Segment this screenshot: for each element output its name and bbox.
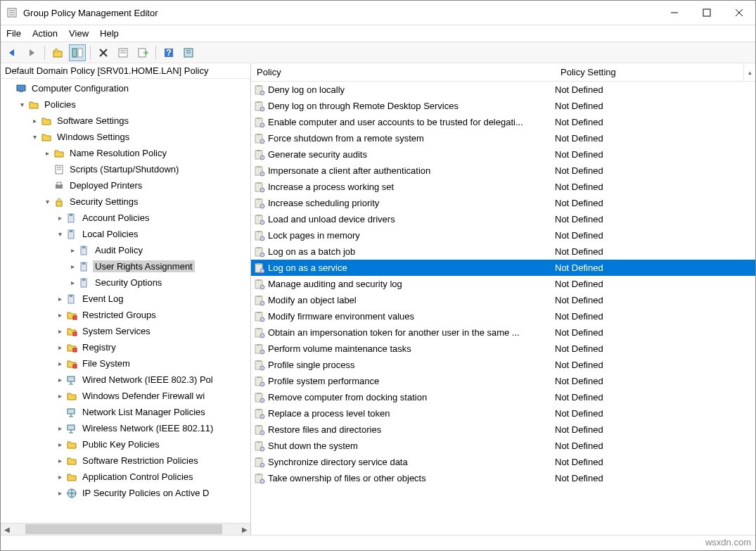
policy-row[interactable]: Log on as a batch jobNot Defined bbox=[251, 243, 755, 260]
expand-toggle-icon[interactable]: ▾ bbox=[29, 133, 40, 141]
scroll-right-icon[interactable]: ▶ bbox=[238, 526, 250, 533]
policy-row[interactable]: Profile system performanceNot Defined bbox=[251, 373, 755, 389]
properties-button[interactable] bbox=[115, 44, 132, 61]
tree-item[interactable]: ▸Security Options bbox=[1, 274, 250, 291]
policy-row[interactable]: Enable computer and user accounts to be … bbox=[251, 114, 755, 130]
minimize-button[interactable] bbox=[658, 1, 691, 25]
policy-row[interactable]: Increase scheduling priorityNot Defined bbox=[251, 195, 755, 211]
policy-row[interactable]: Lock pages in memoryNot Defined bbox=[251, 227, 755, 243]
policy-row[interactable]: Synchronize directory service dataNot De… bbox=[251, 454, 755, 470]
expand-toggle-icon[interactable]: ▾ bbox=[16, 101, 27, 108]
forward-button[interactable] bbox=[23, 44, 40, 61]
tree-item[interactable]: ▸Application Control Policies bbox=[1, 469, 250, 485]
close-button[interactable] bbox=[723, 1, 755, 25]
tree-item[interactable]: ▸Wireless Network (IEEE 802.11) bbox=[1, 420, 250, 436]
expand-toggle-icon[interactable]: ▸ bbox=[29, 117, 40, 125]
tree-item[interactable]: ▸Name Resolution Policy bbox=[1, 145, 250, 161]
policy-list[interactable]: Deny log on locallyNot DefinedDeny log o… bbox=[251, 82, 755, 535]
policy-row[interactable]: Generate security auditsNot Defined bbox=[251, 146, 755, 163]
expand-toggle-icon[interactable]: ▸ bbox=[67, 246, 78, 254]
delete-button[interactable] bbox=[95, 44, 112, 61]
policy-row[interactable]: Force shutdown from a remote systemNot D… bbox=[251, 130, 755, 146]
show-hide-tree-button[interactable] bbox=[69, 44, 86, 61]
expand-toggle-icon[interactable]: ▸ bbox=[54, 457, 65, 464]
tree-item[interactable]: Deployed Printers bbox=[1, 177, 250, 194]
menu-file[interactable]: File bbox=[6, 28, 21, 39]
policy-row[interactable]: Profile single processNot Defined bbox=[251, 357, 755, 373]
policy-row[interactable]: Obtain an impersonation token for anothe… bbox=[251, 324, 755, 341]
expand-toggle-icon[interactable]: ▾ bbox=[41, 198, 53, 205]
expand-toggle-icon[interactable]: ▸ bbox=[54, 376, 65, 384]
expand-toggle-icon[interactable]: ▸ bbox=[41, 149, 53, 157]
policy-row[interactable]: Increase a process working setNot Define… bbox=[251, 179, 755, 195]
policy-row[interactable]: Modify an object labelNot Defined bbox=[251, 292, 755, 308]
menu-view[interactable]: View bbox=[69, 28, 89, 39]
col-policy[interactable]: Policy bbox=[251, 64, 555, 80]
policy-name: Synchronize directory service data bbox=[268, 457, 555, 467]
policy-row[interactable]: Remove computer from docking stationNot … bbox=[251, 389, 755, 405]
expand-toggle-icon[interactable]: ▸ bbox=[67, 279, 78, 286]
tree-item[interactable]: ▸Public Key Policies bbox=[1, 436, 250, 452]
tree-item[interactable]: ▾Local Policies bbox=[1, 226, 250, 242]
tree-item[interactable]: Scripts (Startup/Shutdown) bbox=[1, 161, 250, 177]
tree-item[interactable]: ▸Windows Defender Firewall wi bbox=[1, 388, 250, 404]
expand-toggle-icon[interactable]: ▸ bbox=[54, 311, 65, 319]
policy-row[interactable]: Replace a process level tokenNot Defined bbox=[251, 405, 755, 422]
tree-item[interactable]: ▸File System bbox=[1, 355, 250, 372]
tree-item[interactable]: ▾Windows Settings bbox=[1, 129, 250, 145]
scroll-up-icon[interactable]: ▴ bbox=[743, 63, 755, 81]
tree-item[interactable]: Computer Configuration bbox=[1, 80, 250, 96]
scroll-thumb[interactable] bbox=[25, 524, 222, 534]
tree-item[interactable]: ▸Account Policies bbox=[1, 210, 250, 226]
expand-toggle-icon[interactable]: ▸ bbox=[54, 360, 65, 367]
expand-toggle-icon[interactable]: ▸ bbox=[54, 441, 65, 448]
expand-toggle-icon[interactable]: ▸ bbox=[54, 489, 65, 497]
policy-row[interactable]: Impersonate a client after authenticatio… bbox=[251, 163, 755, 179]
export-button[interactable] bbox=[134, 44, 151, 61]
expand-toggle-icon[interactable]: ▸ bbox=[54, 343, 65, 351]
tree-item[interactable]: ▾Security Settings bbox=[1, 194, 250, 210]
tree-item[interactable]: ▸User Rights Assignment bbox=[1, 258, 250, 274]
scroll-left-icon[interactable]: ◀ bbox=[1, 526, 13, 533]
tree-item[interactable]: ▸Wired Network (IEEE 802.3) Pol bbox=[1, 372, 250, 388]
policy-row[interactable]: Load and unload device driversNot Define… bbox=[251, 211, 755, 227]
tree-item[interactable]: ▸Software Restriction Policies bbox=[1, 452, 250, 469]
policy-row[interactable]: Deny log on through Remote Desktop Servi… bbox=[251, 98, 755, 114]
maximize-button[interactable] bbox=[691, 1, 723, 25]
tree-item[interactable]: ▸Audit Policy bbox=[1, 242, 250, 258]
tree-item[interactable]: Network List Manager Policies bbox=[1, 404, 250, 420]
expand-toggle-icon[interactable]: ▸ bbox=[54, 473, 65, 481]
policy-row[interactable]: Perform volume maintenance tasksNot Defi… bbox=[251, 341, 755, 357]
expand-toggle-icon[interactable]: ▸ bbox=[67, 262, 78, 270]
expand-toggle-icon[interactable]: ▾ bbox=[54, 230, 65, 238]
col-policy-setting[interactable]: Policy Setting bbox=[555, 64, 743, 80]
expand-toggle-icon[interactable]: ▸ bbox=[54, 424, 65, 432]
expand-toggle-icon[interactable]: ▸ bbox=[54, 392, 65, 400]
menu-help[interactable]: Help bbox=[100, 28, 119, 39]
policy-row[interactable]: Restore files and directoriesNot Defined bbox=[251, 422, 755, 438]
tree-hscrollbar[interactable]: ◀ ▶ bbox=[1, 523, 250, 535]
back-button[interactable] bbox=[4, 44, 20, 61]
policy-row[interactable]: Take ownership of files or other objects… bbox=[251, 470, 755, 486]
help-button[interactable]: ? bbox=[160, 44, 177, 61]
tree-item[interactable]: ▸Event Log bbox=[1, 291, 250, 307]
tree-item[interactable]: ▸Restricted Groups bbox=[1, 307, 250, 323]
policy-row[interactable]: Shut down the systemNot Defined bbox=[251, 438, 755, 454]
tree-header[interactable]: Default Domain Policy [SRV01.HOME.LAN] P… bbox=[1, 63, 250, 79]
tree-item[interactable]: ▸System Services bbox=[1, 323, 250, 339]
policy-row[interactable]: Modify firmware environment valuesNot De… bbox=[251, 308, 755, 324]
tree[interactable]: Computer Configuration▾Policies▸Software… bbox=[1, 79, 250, 523]
menu-action[interactable]: Action bbox=[32, 28, 58, 39]
tree-item[interactable]: ▸Software Settings bbox=[1, 113, 250, 129]
policy-row[interactable]: Deny log on locallyNot Defined bbox=[251, 82, 755, 98]
expand-toggle-icon[interactable]: ▸ bbox=[54, 295, 65, 303]
expand-toggle-icon[interactable]: ▸ bbox=[54, 214, 65, 222]
filter-button[interactable] bbox=[180, 44, 197, 61]
tree-item[interactable]: ▸IP Security Policies on Active D bbox=[1, 485, 250, 501]
tree-item[interactable]: ▾Policies bbox=[1, 96, 250, 113]
tree-item[interactable]: ▸Registry bbox=[1, 339, 250, 355]
expand-toggle-icon[interactable]: ▸ bbox=[54, 327, 65, 335]
policy-row[interactable]: Log on as a serviceNot Defined bbox=[251, 260, 755, 276]
policy-row[interactable]: Manage auditing and security logNot Defi… bbox=[251, 276, 755, 292]
up-button[interactable] bbox=[49, 44, 66, 61]
